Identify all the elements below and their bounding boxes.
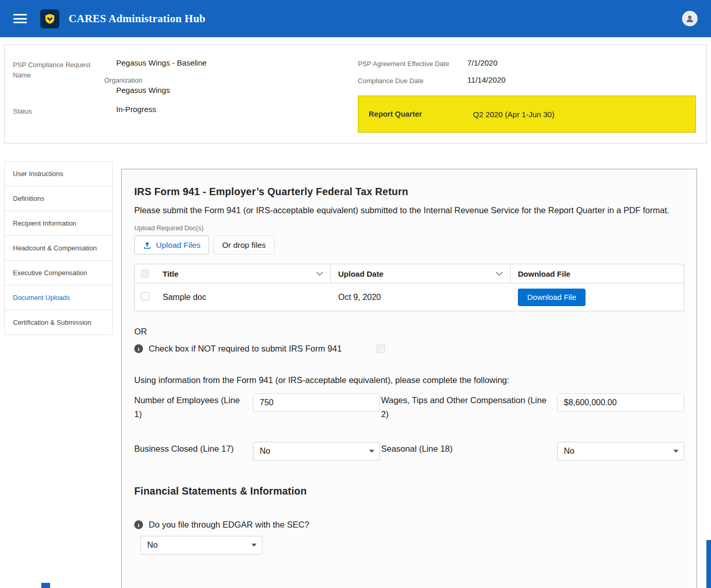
table-row: Sample doc Oct 9, 2020 Download File bbox=[135, 283, 684, 311]
or-separator: OR bbox=[134, 327, 684, 337]
effective-date-label: PSP Agreement Effective Date bbox=[358, 58, 467, 68]
complete-following-text: Using information from the Form 941 (or … bbox=[134, 375, 684, 385]
app-header: CARES Administration Hub bbox=[0, 0, 711, 37]
summary-left-column: PSP Compliance Request Name Pegasus Wing… bbox=[13, 56, 358, 133]
report-quarter-highlight: Report Quarter Q2 2020 (Apr 1-Jun 30) bbox=[358, 96, 696, 133]
vertical-scrollbar-thumb[interactable] bbox=[706, 540, 711, 588]
documents-table-header: Title Upload Date Download File bbox=[135, 264, 684, 283]
app-title: CARES Administration Hub bbox=[69, 12, 206, 25]
upload-icon bbox=[143, 241, 151, 249]
row-title: Sample doc bbox=[155, 293, 331, 302]
form941-fields: Number of Employees (Line 1) Wages, Tips… bbox=[134, 393, 684, 460]
drop-files-zone[interactable]: Or drop files bbox=[213, 235, 274, 255]
not-required-label: Check box if NOT required to submit IRS … bbox=[149, 344, 342, 354]
wages-label: Wages, Tips and Other Compensation (Line… bbox=[380, 393, 557, 421]
row-upload-date: Oct 9, 2020 bbox=[331, 293, 511, 302]
report-quarter-label: Report Quarter bbox=[369, 110, 473, 118]
sidebar-item-headcount-compensation[interactable]: Headcount & Compensation bbox=[5, 236, 112, 261]
due-date-label: Compliance Due Date bbox=[358, 75, 467, 85]
content-area: User Instructions Definitions Recipient … bbox=[4, 161, 707, 588]
business-closed-label: Business Closed (Line 17) bbox=[134, 442, 253, 456]
seasonal-select[interactable]: No bbox=[557, 442, 684, 460]
upload-required-label: Upload Required Doc(s) bbox=[134, 225, 684, 232]
upload-files-label: Upload Files bbox=[156, 241, 200, 250]
sidebar-item-document-uploads[interactable]: Document Uploads bbox=[5, 285, 112, 310]
column-header-download-file: Download File bbox=[511, 264, 684, 283]
request-name-label: PSP Compliance Request Name bbox=[13, 58, 116, 94]
app-logo-icon bbox=[40, 9, 59, 28]
request-name-value: Pegasus Wings - Baseline bbox=[116, 58, 207, 67]
dropdown-arrow-icon bbox=[369, 450, 374, 453]
edgar-select[interactable]: No bbox=[140, 536, 262, 554]
compliance-summary-card: PSP Compliance Request Name Pegasus Wing… bbox=[4, 44, 707, 144]
sidebar-item-definitions[interactable]: Definitions bbox=[5, 186, 112, 211]
section-nav: User Instructions Definitions Recipient … bbox=[4, 161, 113, 335]
column-header-title[interactable]: Title bbox=[155, 264, 331, 283]
status-value: In-Progress bbox=[116, 105, 156, 117]
employees-input[interactable] bbox=[253, 393, 380, 412]
not-required-checkbox[interactable] bbox=[376, 344, 385, 353]
dropdown-arrow-icon bbox=[673, 450, 678, 453]
effective-date-value: 7/1/2020 bbox=[467, 58, 497, 68]
dropdown-arrow-icon bbox=[251, 544, 257, 547]
row-checkbox[interactable] bbox=[141, 292, 149, 300]
info-icon[interactable] bbox=[134, 344, 143, 353]
user-avatar-icon[interactable] bbox=[682, 11, 698, 26]
status-label: Status bbox=[13, 105, 116, 117]
documents-table: Title Upload Date Download File Sa bbox=[134, 264, 684, 311]
organization-label: Organization bbox=[104, 76, 207, 84]
organization-value: Pegasus Wings bbox=[116, 86, 207, 94]
seasonal-label: Seasonal (Line 18) bbox=[380, 442, 557, 456]
wages-input[interactable] bbox=[557, 393, 684, 412]
select-all-checkbox[interactable] bbox=[141, 269, 149, 278]
column-header-upload-date[interactable]: Upload Date bbox=[331, 264, 511, 283]
edgar-question-label: Do you file through EDGAR with the SEC? bbox=[149, 520, 309, 530]
form941-title: IRS Form 941 - Employer’s Quarterly Fede… bbox=[134, 186, 684, 198]
drop-files-label: Or drop files bbox=[222, 241, 265, 250]
sidebar-item-user-instructions[interactable]: User Instructions bbox=[5, 162, 112, 186]
due-date-value: 11/14/2020 bbox=[467, 75, 505, 85]
upload-files-button[interactable]: Upload Files bbox=[134, 235, 209, 255]
summary-right-column: PSP Agreement Effective Date 7/1/2020 Co… bbox=[358, 56, 696, 133]
sidebar-item-executive-compensation[interactable]: Executive Compensation bbox=[5, 261, 112, 285]
report-quarter-value: Q2 2020 (Apr 1-Jun 30) bbox=[473, 110, 555, 119]
chevron-down-icon[interactable] bbox=[316, 272, 323, 276]
horizontal-scrollbar-thumb[interactable] bbox=[41, 583, 50, 588]
employees-label: Number of Employees (Line 1) bbox=[134, 393, 253, 421]
business-closed-select[interactable]: No bbox=[253, 442, 380, 460]
form941-description: Please submit the Form 941 (or IRS-accep… bbox=[134, 203, 684, 217]
chevron-down-icon[interactable] bbox=[496, 272, 503, 276]
menu-icon[interactable] bbox=[13, 12, 27, 26]
download-file-button[interactable]: Download File bbox=[518, 289, 586, 306]
info-icon[interactable] bbox=[134, 520, 143, 529]
sidebar-item-recipient-information[interactable]: Recipient Information bbox=[5, 211, 112, 236]
document-uploads-panel: IRS Form 941 - Employer’s Quarterly Fede… bbox=[121, 169, 697, 588]
sidebar-item-certification-submission[interactable]: Certification & Submission bbox=[5, 310, 112, 335]
financial-section-title: Financial Statements & Information bbox=[134, 485, 684, 497]
